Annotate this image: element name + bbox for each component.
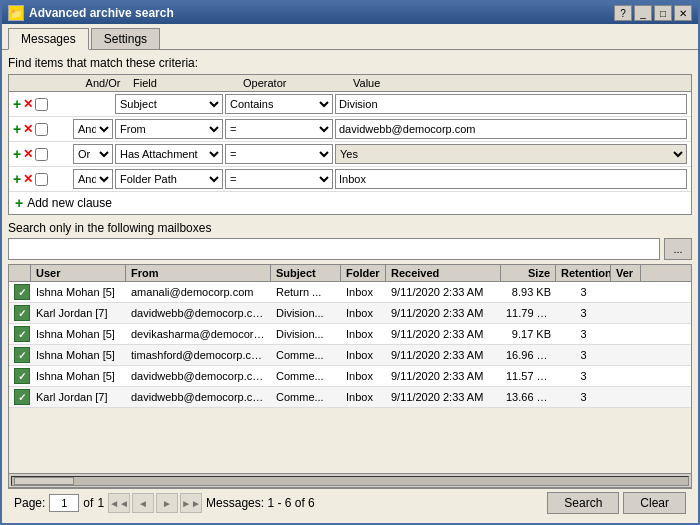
field-select-4[interactable]: Folder Path Subject From Has Attachment: [115, 169, 223, 189]
cell-subject: Comme...: [271, 390, 341, 404]
cell-from: davidwebb@democorp.com: [126, 369, 271, 383]
results-header: User From Subject Folder Received Size R…: [9, 265, 691, 282]
criteria-row: + ✕ Subject From Has Attachment Folder P…: [9, 92, 691, 117]
mailboxes-section: Search only in the following mailboxes .…: [8, 221, 692, 260]
maximize-button[interactable]: □: [654, 5, 672, 21]
andor-select-3[interactable]: Or And: [73, 144, 113, 164]
cell-from: davidwebb@democorp.com: [126, 306, 271, 320]
field-select-3[interactable]: Has Attachment Subject From Folder Path: [115, 144, 223, 164]
row-checkbox[interactable]: [35, 98, 48, 111]
operator-select-1[interactable]: Contains =: [225, 94, 333, 114]
andor-select-4[interactable]: And Or: [73, 169, 113, 189]
value-input-2[interactable]: [335, 119, 687, 139]
tab-settings[interactable]: Settings: [91, 28, 160, 49]
last-page-button[interactable]: ►►: [180, 493, 202, 513]
remove-row-button[interactable]: ✕: [23, 97, 33, 111]
header-received: Received: [386, 265, 501, 281]
criteria-label: Find items that match these criteria:: [8, 56, 692, 70]
cell-received: 9/11/2020 2:33 AM: [386, 285, 501, 299]
cell-received: 9/11/2020 2:33 AM: [386, 369, 501, 383]
operator-select-3[interactable]: = Contains: [225, 144, 333, 164]
table-row[interactable]: ✓ Karl Jordan [7] davidwebb@democorp.com…: [9, 303, 691, 324]
remove-row-button[interactable]: ✕: [23, 172, 33, 186]
table-row[interactable]: ✓ Karl Jordan [7] davidwebb@democorp.com…: [9, 387, 691, 408]
total-pages: 1: [97, 496, 104, 510]
row-check-icon: ✓: [9, 366, 31, 386]
cell-retention: 3: [556, 306, 611, 320]
search-button[interactable]: Search: [547, 492, 619, 514]
field-select-1[interactable]: Subject From Has Attachment Folder Path: [115, 94, 223, 114]
header-check: [9, 265, 31, 281]
table-row[interactable]: ✓ Ishna Mohan [5] davidwebb@democorp.com…: [9, 366, 691, 387]
help-button[interactable]: ?: [614, 5, 632, 21]
add-clause-plus-icon: +: [15, 195, 23, 211]
horizontal-scrollbar[interactable]: [9, 473, 691, 487]
next-page-button[interactable]: ►: [156, 493, 178, 513]
action-buttons: Search Clear: [547, 492, 686, 514]
header-from: From: [126, 265, 271, 281]
add-clause-label: Add new clause: [27, 196, 112, 210]
add-clause-row[interactable]: + Add new clause: [9, 192, 691, 214]
clear-button[interactable]: Clear: [623, 492, 686, 514]
value-input-1[interactable]: [335, 94, 687, 114]
mailboxes-input[interactable]: [8, 238, 660, 260]
cell-subject: Division...: [271, 306, 341, 320]
prev-page-button[interactable]: ◄: [132, 493, 154, 513]
cell-user: Karl Jordan [7]: [31, 306, 126, 320]
tab-messages[interactable]: Messages: [8, 28, 89, 50]
add-row-button[interactable]: +: [13, 96, 21, 112]
table-row[interactable]: ✓ Ishna Mohan [5] timashford@democorp.co…: [9, 345, 691, 366]
header-andor: And/Or: [73, 77, 133, 89]
table-row[interactable]: ✓ Ishna Mohan [5] devikasharma@democorp.…: [9, 324, 691, 345]
remove-row-button[interactable]: ✕: [23, 147, 33, 161]
cell-ver: [611, 375, 641, 377]
header-operator: Operator: [243, 77, 353, 89]
operator-select-2[interactable]: = Contains: [225, 119, 333, 139]
cell-subject: Division...: [271, 327, 341, 341]
cell-from: devikasharma@democorp.com: [126, 327, 271, 341]
header-retention: Retention: [556, 265, 611, 281]
cell-folder: Inbox: [341, 369, 386, 383]
cell-user: Ishna Mohan [5]: [31, 369, 126, 383]
cell-retention: 3: [556, 390, 611, 404]
field-select-2[interactable]: From Subject Has Attachment Folder Path: [115, 119, 223, 139]
header-subject: Subject: [271, 265, 341, 281]
cell-user: Ishna Mohan [5]: [31, 285, 126, 299]
add-row-button[interactable]: +: [13, 146, 21, 162]
cell-size: 8.93 KB: [501, 285, 556, 299]
row-check-icon: ✓: [9, 345, 31, 365]
row-checkbox[interactable]: [35, 148, 48, 161]
table-row[interactable]: ✓ Ishna Mohan [5] amanali@democorp.com R…: [9, 282, 691, 303]
results-body: ✓ Ishna Mohan [5] amanali@democorp.com R…: [9, 282, 691, 473]
criteria-row: + ✕ And Or From Subject Has Attachment F…: [9, 117, 691, 142]
add-row-button[interactable]: +: [13, 171, 21, 187]
cell-retention: 3: [556, 327, 611, 341]
minimize-button[interactable]: _: [634, 5, 652, 21]
cell-size: 16.96 KB: [501, 348, 556, 362]
andor-select-2[interactable]: And Or: [73, 119, 113, 139]
cell-from: amanali@democorp.com: [126, 285, 271, 299]
page-input[interactable]: [49, 494, 79, 512]
window-controls: ? _ □ ✕: [614, 5, 692, 21]
header-field: Field: [133, 77, 243, 89]
cell-user: Karl Jordan [7]: [31, 390, 126, 404]
mailboxes-browse-button[interactable]: ...: [664, 238, 692, 260]
results-table: User From Subject Folder Received Size R…: [8, 264, 692, 488]
cell-received: 9/11/2020 2:33 AM: [386, 348, 501, 362]
remove-row-button[interactable]: ✕: [23, 122, 33, 136]
cell-subject: Comme...: [271, 348, 341, 362]
main-window: 📁 Advanced archive search ? _ □ ✕ Messag…: [0, 0, 700, 525]
row-check-icon: ✓: [9, 303, 31, 323]
row-checkbox[interactable]: [35, 173, 48, 186]
add-row-button[interactable]: +: [13, 121, 21, 137]
value-input-4[interactable]: [335, 169, 687, 189]
mailboxes-label: Search only in the following mailboxes: [8, 221, 692, 235]
row-checkbox[interactable]: [35, 123, 48, 136]
header-user: User: [31, 265, 126, 281]
first-page-button[interactable]: ◄◄: [108, 493, 130, 513]
value-select-3[interactable]: Yes No: [335, 144, 687, 164]
close-button[interactable]: ✕: [674, 5, 692, 21]
operator-select-4[interactable]: = Contains: [225, 169, 333, 189]
page-label: Page:: [14, 496, 45, 510]
cell-size: 11.57 KB: [501, 369, 556, 383]
